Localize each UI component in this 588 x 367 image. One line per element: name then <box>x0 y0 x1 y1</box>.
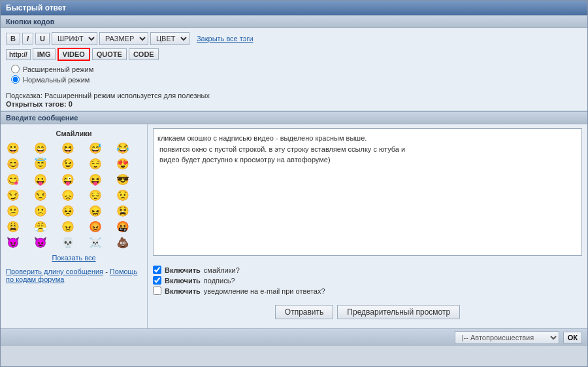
font-select[interactable]: ШРИФТ <box>52 32 97 45</box>
close-tags-link[interactable]: Закрыть все тэги <box>197 35 253 43</box>
option-smileys: Включить смайлики? <box>153 266 582 274</box>
italic-button[interactable]: I <box>22 33 33 44</box>
status-bar: |-- Автопроисшествия ОК <box>1 328 587 346</box>
mode-radio-group: Расширенный режим Нормальный режим <box>6 61 582 90</box>
ok-button[interactable]: ОК <box>563 332 582 343</box>
smiley-16[interactable]: 😏 <box>6 188 20 202</box>
smiley-5[interactable]: 😂 <box>116 141 130 155</box>
smileys-checkbox[interactable] <box>153 266 161 274</box>
url-button[interactable]: http:// <box>6 49 31 60</box>
preview-button[interactable]: Предварительный просмотр <box>337 305 460 319</box>
smiley-2[interactable]: 😄 <box>33 141 48 155</box>
extended-mode-item: Расширенный режим <box>11 65 577 73</box>
smiley-15[interactable]: 😎 <box>116 172 130 186</box>
smiley-11[interactable]: 😋 <box>6 172 20 186</box>
options-section: Включить смайлики? Включить подпись? Вкл… <box>153 263 582 324</box>
code-button[interactable]: CODE <box>129 48 159 60</box>
smiley-33[interactable]: 💀 <box>61 235 75 249</box>
option-email: Включить уведомление на e-mail при ответ… <box>153 287 582 295</box>
window-title: Быстрый ответ <box>6 3 66 12</box>
smiley-26[interactable]: 😩 <box>6 219 20 234</box>
smileys-title: Смайлики <box>6 130 142 137</box>
img-button[interactable]: IMG <box>33 48 56 60</box>
bold-button[interactable]: B <box>6 33 20 44</box>
smiley-7[interactable]: 😇 <box>33 156 48 171</box>
smiley-8[interactable]: 😉 <box>61 156 75 171</box>
smiley-6[interactable]: 😊 <box>6 156 20 171</box>
smiley-3[interactable]: 😆 <box>61 141 75 155</box>
hint-content: Расширенный режим используется для полез… <box>44 92 210 99</box>
submit-row: Отправить Предварительный просмотр <box>153 305 582 324</box>
smileys-panel: Смайлики 😀 😄 😆 😅 😂 😊 😇 😉 😌 😍 😋 😛 😜 😝 <box>1 124 148 328</box>
check-length-link[interactable]: Проверить длину сообщения <box>6 268 103 275</box>
smiley-30[interactable]: 🤬 <box>116 219 130 234</box>
submit-button[interactable]: Отправить <box>275 305 334 319</box>
smiley-14[interactable]: 😝 <box>88 172 103 186</box>
smiley-20[interactable]: 😟 <box>116 188 130 202</box>
smiley-1[interactable]: 😀 <box>6 141 20 155</box>
color-select[interactable]: ЦВЕТ <box>150 32 189 45</box>
smiley-27[interactable]: 😤 <box>33 219 48 234</box>
extended-mode-radio[interactable] <box>11 65 20 73</box>
smiley-13[interactable]: 😜 <box>61 172 75 186</box>
size-select[interactable]: РАЗМЕР <box>99 32 148 45</box>
toolbar-section: B I U ШРИФТ РАЗМЕР ЦВЕТ Закрыть все тэги… <box>1 28 587 111</box>
smiley-18[interactable]: 😞 <box>61 188 75 202</box>
show-all-link[interactable]: Показать все <box>6 253 142 262</box>
smiley-34[interactable]: ☠️ <box>88 235 103 249</box>
smiley-grid: 😀 😄 😆 😅 😂 😊 😇 😉 😌 😍 😋 😛 😜 😝 😎 😏 <box>6 141 142 249</box>
open-tags-text: Открытых тэгов: 0 <box>6 100 582 108</box>
two-column-layout: Смайлики 😀 😄 😆 😅 😂 😊 😇 😉 😌 😍 😋 😛 😜 😝 <box>1 124 587 328</box>
underline-button[interactable]: U <box>35 33 50 44</box>
option-signature: Включить подпись? <box>153 276 582 285</box>
smiley-12[interactable]: 😛 <box>33 172 48 186</box>
smiley-9[interactable]: 😌 <box>88 156 103 171</box>
code-buttons-header: Кнопки кодов <box>1 15 587 28</box>
smiley-22[interactable]: 🙁 <box>33 203 48 218</box>
enter-message-header: Введите сообщение <box>1 111 587 124</box>
extended-mode-label: Расширенный режим <box>23 65 93 73</box>
smiley-19[interactable]: 😔 <box>88 188 103 202</box>
options-list: Включить смайлики? Включить подпись? Вкл… <box>153 263 582 300</box>
quote-button[interactable]: QUOTE <box>92 48 127 60</box>
smiley-29[interactable]: 😡 <box>88 219 103 234</box>
link-separator: - <box>105 268 110 275</box>
hint-prefix: Подсказка: <box>6 92 42 99</box>
smiley-4[interactable]: 😅 <box>88 141 103 155</box>
toolbar-row2: http:// IMG VIDEO QUOTE CODE <box>6 48 582 61</box>
smiley-23[interactable]: 😣 <box>61 203 75 218</box>
hint-text: Подсказка: Расширенный режим используетс… <box>6 92 582 99</box>
toolbar-row1: B I U ШРИФТ РАЗМЕР ЦВЕТ Закрыть все тэги <box>6 32 582 45</box>
normal-mode-label: Нормальный режим <box>23 76 90 84</box>
right-panel: кликаем окошко с надписью видео - выделе… <box>148 124 587 328</box>
smiley-28[interactable]: 😠 <box>61 219 75 234</box>
normal-mode-item: Нормальный режим <box>11 75 577 84</box>
smiley-31[interactable]: 😈 <box>6 235 20 249</box>
message-textarea[interactable]: кликаем окошко с надписью видео - выделе… <box>153 128 582 256</box>
smiley-32[interactable]: 👿 <box>33 235 48 249</box>
normal-mode-radio[interactable] <box>11 75 20 84</box>
category-dropdown[interactable]: |-- Автопроисшествия <box>455 331 559 344</box>
smiley-17[interactable]: 😒 <box>33 188 48 202</box>
smiley-35[interactable]: 💩 <box>116 235 130 249</box>
smiley-10[interactable]: 😍 <box>116 156 130 171</box>
video-button[interactable]: VIDEO <box>57 48 90 61</box>
smiley-24[interactable]: 😖 <box>88 203 103 218</box>
smiley-21[interactable]: 😕 <box>6 203 20 218</box>
smiley-25[interactable]: 😫 <box>116 203 130 218</box>
bottom-links: Проверить длину сообщения - Помощь по ко… <box>6 268 142 283</box>
signature-checkbox[interactable] <box>153 276 161 285</box>
email-checkbox[interactable] <box>153 287 161 295</box>
title-bar: Быстрый ответ <box>1 1 587 15</box>
